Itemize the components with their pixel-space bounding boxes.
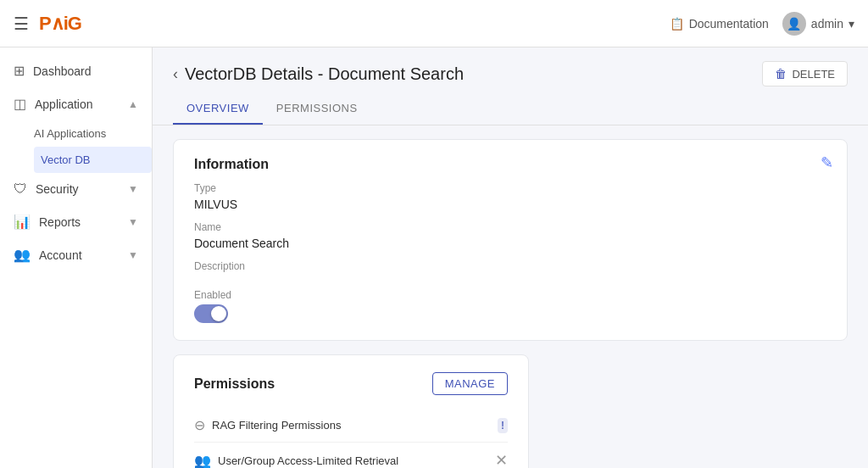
account-chevron-icon: ▼ xyxy=(128,249,138,261)
application-chevron-icon: ▲ xyxy=(128,98,138,110)
field-name: Name Document Search xyxy=(194,221,826,250)
account-icon: 👥 xyxy=(14,247,31,263)
topbar-right: 📋 Documentation 👤 admin ▾ xyxy=(670,12,854,36)
reports-chevron-icon: ▼ xyxy=(128,216,138,228)
sidebar-item-application[interactable]: ◫ Application ▲ xyxy=(0,87,152,120)
admin-label: admin xyxy=(811,17,843,31)
field-label-description: Description xyxy=(194,260,826,272)
layout: ⊞ Dashboard ◫ Application ▲ AI Applicati… xyxy=(0,47,868,468)
toggle-knob xyxy=(211,306,226,321)
field-description: Description xyxy=(194,260,826,289)
admin-icon: 👤 xyxy=(787,17,801,31)
field-value-type: MILVUS xyxy=(194,198,826,211)
enabled-toggle[interactable] xyxy=(194,304,228,323)
admin-chevron-icon: ▾ xyxy=(849,17,854,31)
user-group-permission-name: User/Group Access-Limited Retrieval xyxy=(218,454,398,467)
delete-label: DELETE xyxy=(792,68,835,81)
topbar-left: ☰ P∧iG xyxy=(14,13,81,35)
sidebar-item-label-dashboard: Dashboard xyxy=(33,64,92,78)
manage-button[interactable]: MANAGE xyxy=(432,372,508,395)
admin-avatar: 👤 xyxy=(782,12,806,36)
sidebar-item-reports[interactable]: 📊 Reports ▼ xyxy=(0,205,152,238)
sidebar-item-security[interactable]: 🛡 Security ▼ xyxy=(0,173,152,205)
sidebar-item-dashboard[interactable]: ⊞ Dashboard xyxy=(0,54,152,87)
tabs: OVERVIEW PERMISSIONS xyxy=(153,93,868,125)
sidebar-item-label-account: Account xyxy=(39,248,82,262)
permissions-header: Permissions MANAGE xyxy=(194,372,508,395)
field-label-type: Type xyxy=(194,182,826,194)
dashboard-icon: ⊞ xyxy=(14,63,25,79)
main-content: ‹ VectorDB Details - Document Search 🗑 D… xyxy=(153,47,868,468)
sidebar-item-label-security: Security xyxy=(36,182,79,196)
rag-permission-name: RAG Filtering Permissions xyxy=(212,419,341,432)
tab-permissions[interactable]: PERMISSIONS xyxy=(263,93,371,125)
application-icon: ◫ xyxy=(14,96,26,112)
sidebar-item-label-application: Application xyxy=(35,98,93,111)
security-icon: 🛡 xyxy=(14,181,27,197)
permission-row-user-group: 👥 User/Group Access-Limited Retrieval ✕ xyxy=(194,443,508,468)
reports-icon: 📊 xyxy=(14,214,31,230)
rag-status-icon: ! xyxy=(498,418,508,433)
field-type: Type MILVUS xyxy=(194,182,826,211)
rag-permission-icon: ⊖ xyxy=(194,417,205,433)
information-card-title: Information xyxy=(194,157,269,171)
user-group-permission-icon: 👥 xyxy=(194,453,211,469)
trash-icon: 🗑 xyxy=(775,67,787,81)
permissions-card: Permissions MANAGE ⊖ RAG Filtering Permi… xyxy=(173,354,529,468)
sidebar-item-label-reports: Reports xyxy=(39,215,81,229)
information-card: Information ✎ Type MILVUS Name Document … xyxy=(173,139,848,341)
admin-menu[interactable]: 👤 admin ▾ xyxy=(782,12,854,36)
edit-icon[interactable]: ✎ xyxy=(821,153,833,172)
field-enabled: Enabled xyxy=(194,289,826,323)
field-label-enabled: Enabled xyxy=(194,289,826,301)
sidebar-item-vector-db[interactable]: Vector DB xyxy=(34,147,152,173)
sidebar-item-account[interactable]: 👥 Account ▼ xyxy=(0,238,152,271)
doc-label: Documentation xyxy=(689,17,769,31)
permission-row-rag: ⊖ RAG Filtering Permissions ! xyxy=(194,409,508,443)
sidebar: ⊞ Dashboard ◫ Application ▲ AI Applicati… xyxy=(0,47,153,468)
page-title: VectorDB Details - Document Search xyxy=(185,64,464,84)
page-header: ‹ VectorDB Details - Document Search 🗑 D… xyxy=(153,47,868,93)
field-label-name: Name xyxy=(194,221,826,233)
delete-button[interactable]: 🗑 DELETE xyxy=(762,61,848,86)
sidebar-sub-application: AI Applications Vector DB xyxy=(0,120,152,173)
doc-icon: 📋 xyxy=(670,17,684,31)
hamburger-icon[interactable]: ☰ xyxy=(14,14,29,34)
app-logo: P∧iG xyxy=(39,13,81,35)
field-value-name: Document Search xyxy=(194,237,826,250)
security-chevron-icon: ▼ xyxy=(128,183,138,195)
back-button[interactable]: ‹ xyxy=(173,65,178,83)
sidebar-item-label-vector-db: Vector DB xyxy=(41,153,91,166)
documentation-link[interactable]: 📋 Documentation xyxy=(670,17,769,31)
sidebar-item-label-ai-apps: AI Applications xyxy=(34,127,106,140)
field-value-description xyxy=(194,276,826,289)
permissions-card-title: Permissions xyxy=(194,376,275,392)
sidebar-item-ai-applications[interactable]: AI Applications xyxy=(34,120,152,147)
content-area: Information ✎ Type MILVUS Name Document … xyxy=(153,125,868,468)
user-group-status-icon: ✕ xyxy=(495,451,508,468)
topbar: ☰ P∧iG 📋 Documentation 👤 admin ▾ xyxy=(0,0,868,47)
tab-overview[interactable]: OVERVIEW xyxy=(173,93,263,125)
